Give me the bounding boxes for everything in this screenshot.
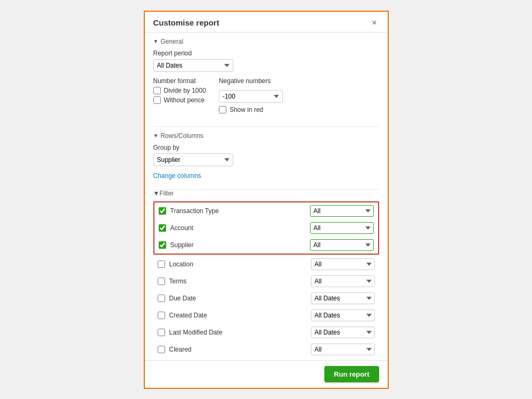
created-date-select[interactable]: All Dates: [311, 310, 375, 321]
group-by-label: Group by: [153, 144, 379, 151]
filter-arrow: ▼: [153, 190, 160, 197]
last-modified-date-select[interactable]: All Dates: [311, 327, 375, 338]
supplier-checkbox[interactable]: [159, 241, 166, 249]
cleared-label: Cleared: [169, 346, 311, 353]
number-format-label: Number format: [153, 77, 206, 85]
terms-label: Terms: [169, 278, 311, 285]
account-select[interactable]: All: [310, 222, 374, 234]
due-date-label: Due Date: [169, 295, 311, 302]
divide-by-1000-row: Divide by 1000: [153, 87, 206, 94]
filter-row-account: Account All: [154, 219, 378, 237]
transaction-type-label: Transaction Type: [170, 207, 310, 215]
due-date-select[interactable]: All Dates Today This Week This Month: [311, 292, 375, 304]
modal-title: Customise report: [153, 18, 219, 27]
filter-row-last-modified-date: Last Modified Date All Dates: [153, 324, 379, 341]
filter-row-cleared: Cleared All: [153, 341, 379, 358]
show-in-red-label: Show in red: [230, 106, 263, 113]
general-section-header[interactable]: ▼ General: [153, 38, 379, 45]
general-section-label: General: [160, 38, 183, 45]
terms-select[interactable]: All: [311, 275, 375, 287]
rows-columns-header[interactable]: ▼ Rows/Columns: [153, 132, 379, 140]
transaction-type-select[interactable]: All Invoice Credit Note Payment: [310, 205, 374, 217]
modal-body: ▼ General Report period All Dates Today …: [145, 32, 388, 360]
divide-by-1000-label: Divide by 1000: [164, 87, 206, 94]
filter-header[interactable]: ▼ Filter: [153, 190, 379, 197]
show-in-red-checkbox[interactable]: [219, 106, 226, 113]
location-select[interactable]: All: [311, 258, 375, 270]
cleared-checkbox[interactable]: [158, 346, 165, 353]
general-collapse-arrow: ▼: [153, 38, 159, 44]
run-report-button[interactable]: Run report: [324, 366, 379, 382]
number-format-group: Number format Divide by 1000 Without pen…: [153, 77, 206, 116]
filter-label: Filter: [159, 190, 174, 197]
transaction-type-checkbox[interactable]: [159, 207, 166, 215]
location-label: Location: [169, 260, 311, 268]
change-columns-link[interactable]: Change columns: [153, 172, 201, 180]
due-date-checkbox[interactable]: [158, 295, 165, 302]
filter-row-location: Location All: [153, 256, 379, 273]
filter-row-created-date: Created Date All Dates: [153, 307, 379, 324]
report-period-group: Report period All Dates Today This Week …: [153, 50, 379, 72]
modal-overlay: Customise report × ▼ General Report peri…: [0, 0, 532, 399]
last-modified-date-checkbox[interactable]: [158, 329, 165, 336]
rows-columns-arrow: ▼: [153, 133, 159, 139]
general-section: ▼ General Report period All Dates Today …: [145, 32, 388, 126]
report-period-select[interactable]: All Dates Today This Week This Month Thi…: [153, 59, 233, 72]
account-checkbox[interactable]: [159, 224, 166, 232]
filter-row-supplier: Supplier All: [154, 237, 378, 254]
modal-footer: Run report: [145, 360, 388, 388]
supplier-label: Supplier: [170, 241, 310, 249]
number-format-neg-row: Number format Divide by 1000 Without pen…: [153, 77, 379, 116]
modal-header: Customise report ×: [145, 12, 388, 32]
location-checkbox[interactable]: [158, 260, 165, 268]
negative-numbers-select[interactable]: -100 (100) -100.00: [219, 90, 283, 103]
close-button[interactable]: ×: [370, 18, 379, 28]
rows-columns-label: Rows/Columns: [160, 132, 203, 140]
filter-row-terms: Terms All: [153, 273, 379, 290]
negative-numbers-group: Negative numbers -100 (100) -100.00 Show…: [219, 77, 283, 116]
report-period-label: Report period: [153, 50, 379, 57]
rows-columns-section: ▼ Rows/Columns Group by Supplier Account…: [145, 127, 388, 189]
filter-highlighted-group: Transaction Type All Invoice Credit Note…: [153, 201, 379, 255]
group-by-select[interactable]: Supplier Account Transaction Type Locati…: [153, 153, 233, 166]
cleared-select[interactable]: All: [311, 344, 375, 355]
created-date-checkbox[interactable]: [158, 312, 165, 319]
supplier-select[interactable]: All: [310, 239, 374, 251]
customise-report-modal: Customise report × ▼ General Report peri…: [144, 11, 389, 389]
negative-numbers-label: Negative numbers: [219, 77, 283, 85]
account-label: Account: [170, 224, 310, 232]
without-pence-label: Without pence: [164, 96, 205, 104]
group-by-group: Group by Supplier Account Transaction Ty…: [153, 144, 379, 166]
divide-by-1000-checkbox[interactable]: [153, 87, 161, 94]
without-pence-checkbox[interactable]: [153, 96, 161, 104]
terms-checkbox[interactable]: [158, 278, 165, 285]
filter-row-transaction-type: Transaction Type All Invoice Credit Note…: [154, 202, 378, 219]
filter-row-due-date: Due Date All Dates Today This Week This …: [153, 290, 379, 307]
last-modified-date-label: Last Modified Date: [169, 329, 311, 336]
without-pence-row: Without pence: [153, 96, 206, 104]
created-date-label: Created Date: [169, 312, 311, 319]
show-in-red-row: Show in red: [219, 106, 283, 113]
filter-section: ▼ Filter Transaction Type All Invoice Cr…: [145, 190, 388, 360]
